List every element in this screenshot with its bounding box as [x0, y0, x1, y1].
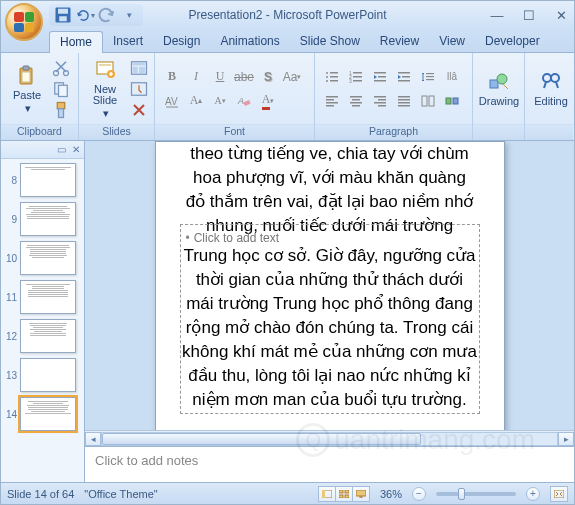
- svg-point-67: [543, 74, 551, 82]
- slide-thumbnail[interactable]: [20, 319, 76, 353]
- tab-home[interactable]: Home: [49, 31, 103, 53]
- svg-rect-53: [374, 96, 386, 98]
- svg-rect-35: [374, 72, 386, 74]
- scroll-left-arrow[interactable]: ◂: [85, 432, 101, 446]
- tab-view[interactable]: View: [429, 31, 475, 52]
- fit-window-button[interactable]: [550, 486, 568, 502]
- justify-button[interactable]: [393, 90, 415, 112]
- thumb-row[interactable]: 8: [3, 163, 82, 197]
- drawing-button[interactable]: Drawing: [479, 68, 519, 109]
- scroll-thumb[interactable]: [102, 433, 421, 445]
- zoom-level[interactable]: 36%: [380, 488, 402, 500]
- align-left-button[interactable]: [321, 90, 343, 112]
- office-button[interactable]: [5, 3, 43, 41]
- undo-icon[interactable]: ▾: [75, 5, 95, 25]
- slide-thumbnail[interactable]: [20, 358, 76, 392]
- thumb-row[interactable]: 9: [3, 202, 82, 236]
- slide-viewport[interactable]: theo từng tiếng ve, chia tay với chùm ho…: [85, 141, 574, 430]
- svg-rect-5: [22, 72, 30, 82]
- bullets-button[interactable]: [321, 66, 343, 88]
- zoom-out-button[interactable]: −: [412, 487, 426, 501]
- svg-rect-50: [352, 99, 360, 101]
- save-icon[interactable]: [53, 5, 73, 25]
- thumb-row[interactable]: 12: [3, 319, 82, 353]
- increase-indent-button[interactable]: [393, 66, 415, 88]
- reset-icon[interactable]: [129, 79, 149, 99]
- close-button[interactable]: ✕: [552, 8, 570, 23]
- line-spacing-button[interactable]: [417, 66, 439, 88]
- copy-icon[interactable]: [51, 79, 71, 99]
- strikethrough-button[interactable]: abe: [233, 66, 255, 88]
- group-label-font: Font: [155, 124, 314, 140]
- slide-body-text[interactable]: Trung học cơ sở. Giờ đây, ngưỡng cửa thờ…: [182, 244, 478, 412]
- zoom-slider[interactable]: [436, 492, 516, 496]
- tab-design[interactable]: Design: [153, 31, 210, 52]
- bold-button[interactable]: B: [161, 66, 183, 88]
- text-direction-button[interactable]: llâ: [441, 66, 463, 88]
- svg-rect-70: [322, 490, 325, 498]
- tab-developer[interactable]: Developer: [475, 31, 550, 52]
- increase-font-button[interactable]: A▴: [185, 90, 207, 112]
- notes-pane[interactable]: Click to add notes: [85, 446, 574, 482]
- slide-thumbnail[interactable]: [20, 202, 76, 236]
- align-right-button[interactable]: [369, 90, 391, 112]
- maximize-button[interactable]: ☐: [520, 8, 538, 23]
- underline-button[interactable]: U: [209, 66, 231, 88]
- normal-view-button[interactable]: [318, 486, 336, 502]
- font-color-button[interactable]: A▾: [257, 90, 279, 112]
- paste-button[interactable]: Paste▾: [7, 62, 47, 116]
- shadow-button[interactable]: S: [257, 66, 279, 88]
- zoom-in-button[interactable]: +: [526, 487, 540, 501]
- numbering-button[interactable]: 123: [345, 66, 367, 88]
- svg-rect-22: [243, 100, 250, 106]
- thumb-row[interactable]: 11: [3, 280, 82, 314]
- convert-smartart-button[interactable]: [441, 90, 463, 112]
- thumb-row[interactable]: 13: [3, 358, 82, 392]
- slide-thumbnail[interactable]: [20, 280, 76, 314]
- svg-rect-51: [350, 102, 362, 104]
- svg-rect-75: [356, 490, 366, 496]
- editing-button[interactable]: Editing: [531, 68, 571, 109]
- slide-thumbnail[interactable]: [20, 241, 76, 275]
- svg-rect-38: [398, 72, 410, 74]
- thumbnail-close-icon[interactable]: ✕: [72, 144, 80, 155]
- tab-insert[interactable]: Insert: [103, 31, 153, 52]
- char-spacing-button[interactable]: AV: [161, 90, 183, 112]
- new-slide-button[interactable]: New Slide▾: [85, 56, 125, 121]
- slideshow-view-button[interactable]: [352, 486, 370, 502]
- svg-rect-26: [330, 76, 338, 78]
- clear-formatting-button[interactable]: A: [233, 90, 255, 112]
- scroll-right-arrow[interactable]: ▸: [558, 432, 574, 446]
- columns-button[interactable]: [417, 90, 439, 112]
- layout-icon[interactable]: [129, 58, 149, 78]
- thumb-row[interactable]: 10: [3, 241, 82, 275]
- slide-thumbnail[interactable]: [20, 163, 76, 197]
- tab-slideshow[interactable]: Slide Show: [290, 31, 370, 52]
- tab-animations[interactable]: Animations: [210, 31, 289, 52]
- svg-rect-13: [99, 64, 111, 66]
- svg-text:AV: AV: [165, 96, 178, 107]
- outline-tab-icon[interactable]: ▭: [57, 144, 66, 155]
- cut-icon[interactable]: [51, 58, 71, 78]
- italic-button[interactable]: I: [185, 66, 207, 88]
- minimize-button[interactable]: —: [488, 8, 506, 23]
- align-center-button[interactable]: [345, 90, 367, 112]
- decrease-indent-button[interactable]: [369, 66, 391, 88]
- status-theme: "Office Theme": [84, 488, 157, 500]
- thumb-row[interactable]: 14: [3, 397, 82, 431]
- sorter-view-button[interactable]: [335, 486, 353, 502]
- svg-rect-62: [429, 96, 434, 106]
- slide-canvas[interactable]: theo từng tiếng ve, chia tay với chùm ho…: [155, 141, 505, 430]
- change-case-button[interactable]: Aa▾: [281, 66, 303, 88]
- horizontal-scrollbar[interactable]: ◂ ▸: [85, 430, 574, 446]
- tab-review[interactable]: Review: [370, 31, 429, 52]
- redo-icon[interactable]: [97, 5, 117, 25]
- qat-customize-icon[interactable]: ▾: [119, 5, 139, 25]
- slide-thumbnail[interactable]: [20, 397, 76, 431]
- decrease-font-button[interactable]: A▾: [209, 90, 231, 112]
- svg-point-25: [326, 76, 328, 78]
- format-painter-icon[interactable]: [51, 100, 71, 120]
- svg-rect-4: [23, 66, 29, 70]
- svg-rect-57: [398, 96, 410, 98]
- delete-icon[interactable]: [129, 100, 149, 120]
